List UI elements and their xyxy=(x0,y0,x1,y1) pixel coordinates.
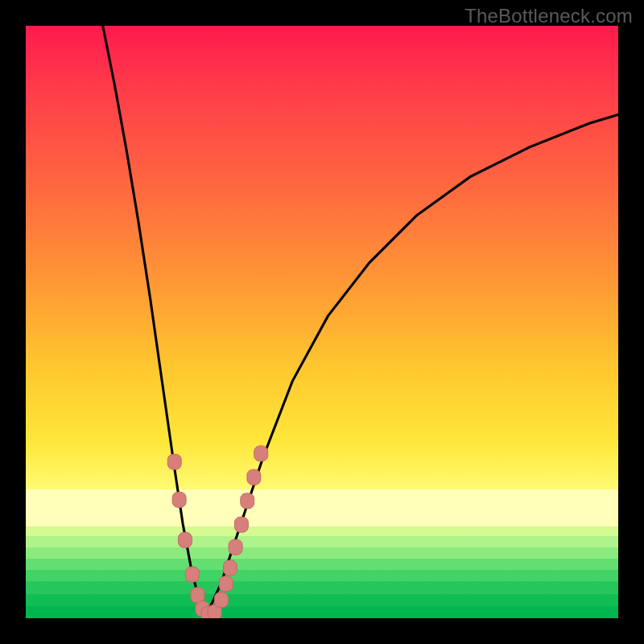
data-marker xyxy=(191,588,204,603)
data-marker xyxy=(178,532,192,547)
chart-frame: TheBottleneck.com xyxy=(0,0,644,644)
plot-area xyxy=(26,26,618,618)
data-marker xyxy=(247,469,261,485)
data-marker xyxy=(214,592,228,608)
watermark-text: TheBottleneck.com xyxy=(464,5,633,27)
data-marker xyxy=(223,560,237,576)
data-marker xyxy=(167,454,181,469)
data-marker xyxy=(185,567,199,582)
data-marker xyxy=(241,493,254,509)
marker-layer xyxy=(26,26,618,618)
data-marker xyxy=(229,539,242,555)
data-marker xyxy=(172,492,186,507)
data-marker xyxy=(234,517,248,532)
data-marker xyxy=(219,576,233,592)
data-marker xyxy=(254,446,268,461)
